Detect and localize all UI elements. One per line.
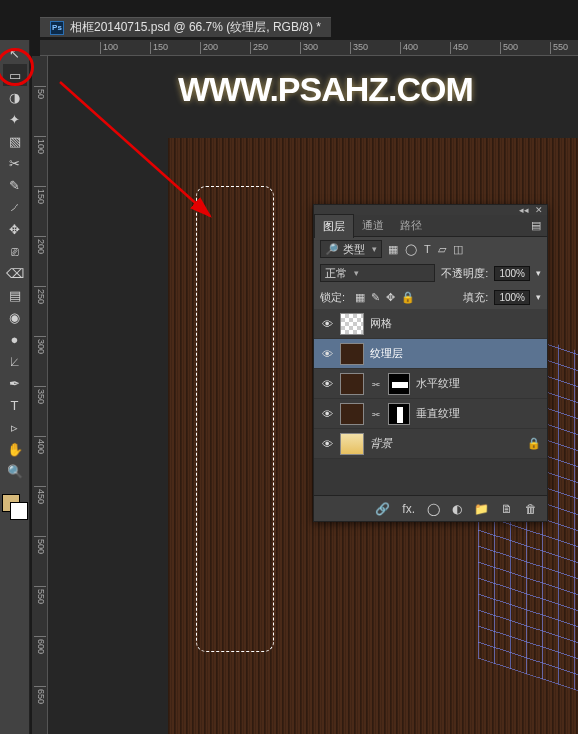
layer-name[interactable]: 背景 [370,436,521,451]
ruler-tick: 200 [34,236,46,254]
layer-name[interactable]: 水平纹理 [416,376,541,391]
layer-mask-thumbnail[interactable] [388,403,410,425]
tool-5[interactable]: ✂ [3,152,27,174]
ruler-vertical[interactable]: 50100150200250300350400450500550600650 [32,56,48,734]
ruler-tick: 450 [450,42,468,54]
layer-thumbnail[interactable] [340,313,364,335]
lock-icon[interactable]: 🔒 [401,291,415,304]
ruler-tick: 500 [500,42,518,54]
panel-menu-icon[interactable]: ▤ [525,219,547,232]
ruler-tick: 550 [550,42,568,54]
ruler-tick: 650 [34,686,46,704]
opacity-arrow-icon[interactable]: ▾ [536,268,541,278]
layer-row[interactable]: 👁背景🔒 [314,429,547,459]
ruler-tick: 300 [34,336,46,354]
opacity-value[interactable]: 100% [494,266,530,281]
tab-layers[interactable]: 图层 [314,214,354,238]
lock-icon[interactable]: ✥ [386,291,395,304]
layers-empty-area[interactable] [314,459,547,495]
close-icon[interactable]: ✕ [535,205,543,215]
ruler-tick: 250 [250,42,268,54]
tool-11[interactable]: ▤ [3,284,27,306]
layer-row[interactable]: 👁纹理层 [314,339,547,369]
tool-19[interactable]: 🔍 [3,460,27,482]
ruler-tick: 150 [150,42,168,54]
layers-panel[interactable]: ◂◂ ✕ 图层 通道 路径 ▤ 🔎类型 ▦◯T▱◫ 正常 不透明度: 100% … [313,204,548,522]
tool-14[interactable]: ⟀ [3,350,27,372]
lock-icon: 🔒 [527,437,541,450]
visibility-toggle[interactable]: 👁 [320,378,334,390]
ruler-tick: 150 [34,186,46,204]
visibility-toggle[interactable]: 👁 [320,408,334,420]
tool-15[interactable]: ✒ [3,372,27,394]
filter-type-dropdown[interactable]: 🔎类型 [320,240,382,258]
link-layers-button[interactable]: 🔗 [375,502,390,516]
ruler-horizontal[interactable]: 100150200250300350400450500550 [40,40,578,56]
layer-row[interactable]: 👁⫘水平纹理 [314,369,547,399]
filter-icon[interactable]: ◫ [453,243,463,256]
document-tab-bar: Ps 相框20140715.psd @ 66.7% (纹理层, RGB/8) * [40,17,331,37]
tool-3[interactable]: ✦ [3,108,27,130]
new-group-button[interactable]: 📁 [474,502,489,516]
filter-icon[interactable]: T [424,243,431,255]
visibility-toggle[interactable]: 👁 [320,438,334,450]
tool-10[interactable]: ⌫ [3,262,27,284]
watermark-text: WWW.PSAHZ.COM [178,70,473,109]
lock-icons: ▦✎✥🔒 [355,291,415,304]
visibility-toggle[interactable]: 👁 [320,348,334,360]
add-mask-button[interactable]: ◯ [427,502,440,516]
lock-icon[interactable]: ✎ [371,291,380,304]
layer-name[interactable]: 垂直纹理 [416,406,541,421]
tab-paths[interactable]: 路径 [392,214,430,237]
tab-channels[interactable]: 通道 [354,214,392,237]
tool-8[interactable]: ✥ [3,218,27,240]
filter-icon[interactable]: ▦ [388,243,398,256]
fill-value[interactable]: 100% [494,290,530,305]
visibility-toggle[interactable]: 👁 [320,318,334,330]
layer-thumbnail[interactable] [340,343,364,365]
tool-17[interactable]: ▹ [3,416,27,438]
mask-link-icon[interactable]: ⫘ [370,409,380,419]
background-swatch[interactable] [10,502,28,520]
new-layer-button[interactable]: 🗎 [501,502,513,516]
tool-7[interactable]: ⟋ [3,196,27,218]
document-title[interactable]: 相框20140715.psd @ 66.7% (纹理层, RGB/8) * [70,19,321,36]
ruler-tick: 100 [100,42,118,54]
canvas-area[interactable]: WWW.PSAHZ.COM ◂◂ ✕ 图层 通道 路径 ▤ 🔎类型 ▦◯T▱◫ [48,56,578,734]
color-swatches[interactable] [2,494,28,520]
tool-6[interactable]: ✎ [3,174,27,196]
layer-name[interactable]: 网格 [370,316,541,331]
tool-18[interactable]: ✋ [3,438,27,460]
collapse-icon[interactable]: ◂◂ [519,205,529,215]
lock-fill-row: 锁定: ▦✎✥🔒 填充: 100% ▾ [314,285,547,309]
layer-filter-row: 🔎类型 ▦◯T▱◫ [314,237,547,261]
lock-label: 锁定: [320,290,345,305]
filter-icon[interactable]: ▱ [438,243,446,256]
tool-4[interactable]: ▧ [3,130,27,152]
ruler-tick: 450 [34,486,46,504]
tool-2[interactable]: ◑ [3,86,27,108]
tool-13[interactable]: ● [3,328,27,350]
tool-9[interactable]: ⎚ [3,240,27,262]
blend-opacity-row: 正常 不透明度: 100% ▾ [314,261,547,285]
filter-icon[interactable]: ◯ [405,243,417,256]
layer-mask-thumbnail[interactable] [388,373,410,395]
layer-thumbnail[interactable] [340,373,364,395]
tool-16[interactable]: T [3,394,27,416]
fill-arrow-icon[interactable]: ▾ [536,292,541,302]
ruler-tick: 50 [34,86,46,99]
lock-icon[interactable]: ▦ [355,291,365,304]
adjustment-layer-button[interactable]: ◐ [452,502,462,516]
ruler-tick: 550 [34,586,46,604]
layer-name[interactable]: 纹理层 [370,346,541,361]
layer-thumbnail[interactable] [340,433,364,455]
layer-row[interactable]: 👁网格 [314,309,547,339]
tool-12[interactable]: ◉ [3,306,27,328]
blend-mode-dropdown[interactable]: 正常 [320,264,435,282]
layer-effects-button[interactable]: fx. [402,502,415,516]
layer-row[interactable]: 👁⫘垂直纹理 [314,399,547,429]
delete-layer-button[interactable]: 🗑 [525,502,537,516]
ruler-tick: 400 [400,42,418,54]
mask-link-icon[interactable]: ⫘ [370,379,380,389]
layer-thumbnail[interactable] [340,403,364,425]
